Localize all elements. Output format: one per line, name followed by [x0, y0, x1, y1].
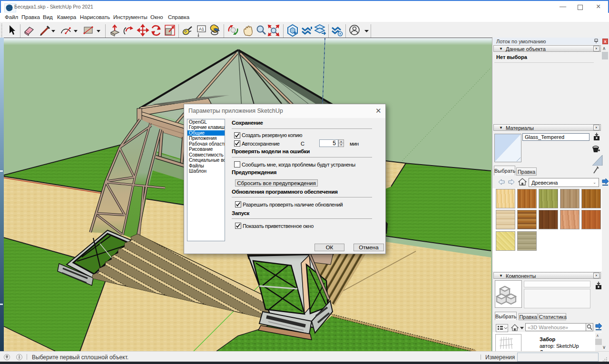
- svg-text:A1: A1: [199, 27, 204, 31]
